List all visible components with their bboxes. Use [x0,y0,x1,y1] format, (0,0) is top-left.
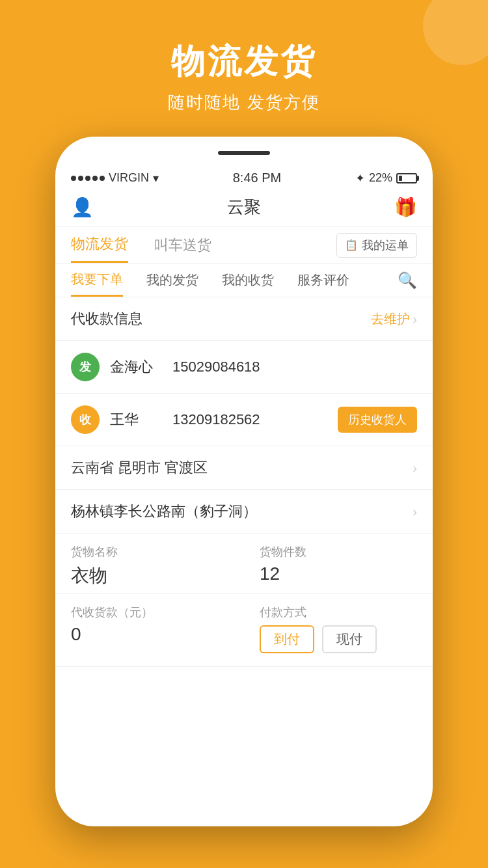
goods-name-value[interactable]: 衣物 [71,563,228,588]
signal-dot-3 [85,176,90,181]
status-right: ✦ 22% [355,171,417,185]
tab-service-rating[interactable]: 服务评价 [297,264,349,297]
payment-grid: 代收货款（元） 0 付款方式 到付 现付 [55,594,433,667]
secondary-tab-bar: 我要下单 我的发货 我的收货 服务评价 🔍 [55,264,433,297]
goods-count-label: 货物件数 [260,544,417,560]
calendar-icon: 📋 [345,239,358,251]
content-area: 代收款信息 去维护 › 发 金海心 15029084618 收 王华 13209… [55,297,433,826]
tab-logistics[interactable]: 物流发货 [71,227,128,263]
status-left: VIRGIN ▾ [71,171,159,185]
signal-dot-2 [78,176,83,181]
wifi-icon: ▾ [153,171,159,185]
cod-amount-value[interactable]: 0 [71,624,228,645]
cod-info-row: 代收款信息 去维护 › [55,297,433,341]
receiver-name: 王华 [110,410,162,429]
payment-options: 到付 现付 [260,625,417,653]
tab-my-receipt[interactable]: 我的收货 [222,264,274,297]
goods-info-grid: 货物名称 衣物 货物件数 12 [55,534,433,594]
payment-method-label: 付款方式 [260,604,417,620]
bluetooth-icon: ✦ [355,171,365,185]
city-address-text: 云南省 昆明市 官渡区 [71,458,208,478]
battery-percentage: 22% [369,171,392,185]
battery-icon [396,173,417,183]
signal-dot-5 [100,176,105,181]
sender-row: 发 金海心 15029084618 [55,341,433,394]
promo-subtitle: 随时随地 发货方便 [0,91,488,114]
chevron-right-icon: › [413,312,417,327]
chevron-right-icon: › [413,461,417,476]
sender-badge: 发 [71,353,100,381]
signal-dots [71,176,105,181]
search-icon[interactable]: 🔍 [398,271,417,290]
my-waybill-button[interactable]: 📋 我的运单 [336,233,417,258]
goods-name-cell: 货物名称 衣物 [55,534,244,593]
tab-place-order[interactable]: 我要下单 [71,264,123,297]
goods-count-cell: 货物件数 12 [244,534,433,593]
detail-address-row[interactable]: 杨林镇李长公路南（豹子洞） › [55,490,433,534]
phone-frame: VIRGIN ▾ 8:46 PM ✦ 22% 👤 云聚 🎁 物流发货 叫车送货 … [55,137,433,826]
battery-fill [399,176,402,181]
pay-option-arrival[interactable]: 到付 [260,625,314,653]
chevron-right-icon: › [413,504,417,519]
receiver-row: 收 王华 13209182562 历史收货人 [55,394,433,446]
pay-option-cash[interactable]: 现付 [322,625,377,653]
promo-header: 物流发货 随时随地 发货方便 [0,0,488,133]
tab-vehicle[interactable]: 叫车送货 [154,227,211,263]
app-title: 云聚 [227,196,261,219]
receiver-phone: 13209182562 [172,411,327,428]
signal-dot-1 [71,176,76,181]
sender-phone: 15029084618 [172,359,417,375]
cod-maintain-action[interactable]: 去维护 › [371,310,417,328]
cod-amount-cell: 代收货款（元） 0 [55,594,244,666]
gift-icon[interactable]: 🎁 [394,197,417,218]
receiver-badge: 收 [71,405,100,434]
cod-amount-label: 代收货款（元） [71,604,228,620]
detail-address-text: 杨林镇李长公路南（豹子洞） [71,502,257,521]
top-tab-bar: 物流发货 叫车送货 📋 我的运单 [55,227,433,264]
cod-info-label: 代收款信息 [71,309,142,329]
city-address-row[interactable]: 云南省 昆明市 官渡区 › [55,446,433,490]
goods-count-value[interactable]: 12 [260,563,417,584]
phone-speaker [218,151,270,155]
status-bar: VIRGIN ▾ 8:46 PM ✦ 22% [55,137,433,191]
tab-my-shipment[interactable]: 我的发货 [146,264,198,297]
app-header: 👤 云聚 🎁 [55,191,433,227]
sender-name: 金海心 [110,357,162,377]
signal-dot-4 [92,176,98,181]
carrier-name: VIRGIN [109,171,149,185]
status-time: 8:46 PM [233,170,281,185]
promo-title: 物流发货 [0,39,488,85]
history-receiver-button[interactable]: 历史收货人 [338,407,417,433]
user-avatar-icon[interactable]: 👤 [71,197,94,218]
payment-method-cell: 付款方式 到付 现付 [244,594,433,666]
goods-name-label: 货物名称 [71,544,228,560]
